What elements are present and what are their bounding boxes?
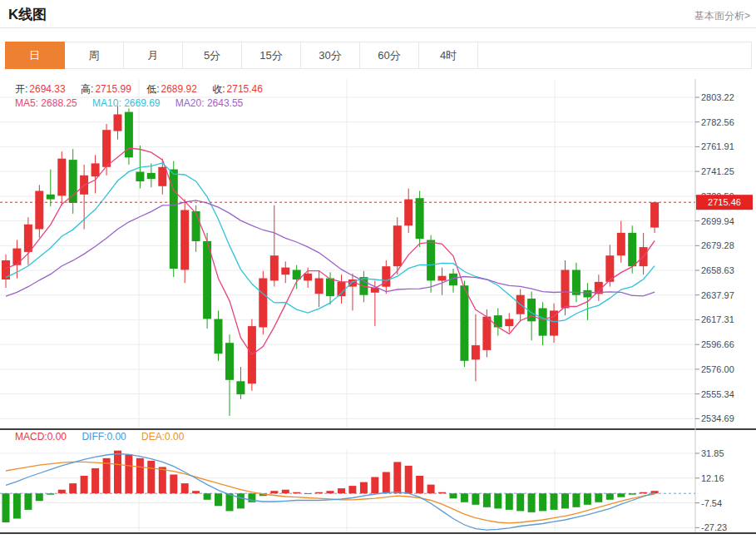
macd-legend: MACD:0.00 DIFF:0.00 DEA:0.00	[15, 431, 196, 443]
high-label: 高:	[81, 83, 93, 95]
candle	[404, 189, 413, 233]
candle	[47, 170, 55, 207]
candle	[550, 304, 558, 343]
ma-legend: MA5: 2688.25 MA10: 2669.69 MA20: 2643.55	[15, 97, 255, 109]
candle	[505, 313, 513, 332]
candle	[215, 310, 223, 360]
tab-interval-60min[interactable]: 60分	[360, 42, 419, 68]
diff-value: 0.00	[106, 431, 126, 443]
tab-interval-day[interactable]: 日	[5, 42, 65, 69]
candle	[315, 271, 324, 307]
high-value: 2715.99	[95, 83, 131, 95]
pane-divider	[0, 428, 756, 430]
candle	[494, 309, 502, 336]
ma5-value: 2688.25	[41, 97, 77, 109]
svg-text:2658.63: 2658.63	[701, 265, 734, 275]
tab-interval-30min[interactable]: 30分	[301, 42, 360, 68]
open-label: 开:	[15, 83, 27, 95]
page-title: K线图	[8, 5, 47, 24]
candle	[2, 255, 10, 288]
bottom-border	[0, 532, 756, 534]
svg-text:2803.22: 2803.22	[701, 92, 734, 102]
macd-label: MACD:	[15, 431, 47, 443]
svg-text:12.16: 12.16	[701, 473, 724, 483]
candle	[427, 235, 435, 293]
close-value: 2715.46	[227, 83, 263, 95]
svg-text:2555.34: 2555.34	[701, 389, 734, 399]
low-value: 2689.92	[161, 83, 197, 95]
candle	[516, 289, 525, 322]
candle	[650, 202, 659, 234]
candle	[57, 151, 66, 205]
chart-area: 2803.222782.562761.912741.252720.592699.…	[0, 79, 756, 539]
candle	[539, 302, 547, 345]
tab-interval-4hour[interactable]: 4时	[419, 42, 478, 68]
candle	[225, 334, 234, 416]
svg-text:2679.28: 2679.28	[701, 240, 734, 250]
dea-value: 0.00	[165, 431, 184, 443]
candle	[259, 271, 267, 334]
kline-chart-canvas[interactable]: 2803.222782.562761.912741.252720.592699.…	[0, 79, 756, 539]
open-value: 2694.33	[29, 83, 65, 95]
svg-text:2637.97: 2637.97	[701, 290, 734, 300]
tab-interval-15min[interactable]: 15分	[242, 42, 301, 68]
candle	[293, 265, 301, 289]
ma10-label: MA10:	[92, 97, 121, 109]
header-divider	[0, 27, 756, 28]
svg-text:-7.54: -7.54	[701, 498, 722, 508]
candle	[416, 191, 424, 248]
candle	[35, 185, 43, 237]
candle	[617, 221, 625, 263]
macd-histogram	[2, 451, 659, 522]
ma5-label: MA5:	[15, 97, 38, 109]
candle	[102, 124, 111, 176]
svg-text:2576.00: 2576.00	[701, 364, 734, 374]
candle	[338, 274, 346, 304]
dea-label: DEA:	[141, 431, 165, 443]
close-label: 收:	[212, 83, 225, 95]
current-price-badge-value: 2715.46	[708, 197, 741, 207]
svg-text:2699.94: 2699.94	[701, 216, 734, 226]
candle	[114, 106, 122, 139]
ma10-value: 2669.69	[124, 97, 160, 109]
candle	[572, 263, 581, 303]
candle	[91, 155, 100, 193]
candle	[203, 233, 211, 329]
candle	[472, 314, 480, 382]
candle	[449, 269, 457, 293]
svg-text:2782.56: 2782.56	[701, 117, 734, 127]
macd-value: 0.00	[47, 431, 67, 443]
candle	[69, 149, 77, 214]
ma20-label: MA20:	[175, 97, 205, 109]
candle	[125, 108, 133, 165]
svg-text:2761.91: 2761.91	[701, 141, 734, 151]
candle	[170, 161, 178, 278]
price-axis-labels: 2803.222782.562761.912741.252720.592699.…	[695, 92, 734, 532]
tab-interval-week[interactable]: 周	[65, 42, 124, 68]
ohlc-legend: 开:2694.33 高:2715.99 低:2689.92 收:2715.46	[15, 82, 275, 96]
svg-text:2534.69: 2534.69	[701, 413, 734, 423]
tab-interval-5min[interactable]: 5分	[183, 42, 242, 68]
fundamental-analysis-link[interactable]: 基本面分析>	[694, 9, 750, 23]
svg-text:31.85: 31.85	[701, 448, 724, 458]
svg-text:2741.25: 2741.25	[701, 166, 734, 176]
candle	[236, 367, 245, 399]
candle	[281, 261, 289, 283]
interval-tabbar: 日 周 月 5分 15分 30分 60分 4时	[5, 42, 752, 69]
svg-text:2596.66: 2596.66	[701, 339, 734, 349]
candle	[640, 233, 648, 274]
low-label: 低:	[146, 83, 159, 95]
tab-interval-month[interactable]: 月	[124, 42, 183, 68]
svg-text:-27.23: -27.23	[701, 522, 727, 532]
candle	[382, 260, 390, 294]
candle	[348, 274, 357, 311]
diff-label: DIFF:	[82, 431, 106, 443]
candle	[192, 205, 200, 252]
candle	[24, 217, 32, 265]
kline-page: K线图 基本面分析> 日 周 月 5分 15分 30分 60分 4时 2803.…	[0, 0, 756, 539]
ma20-value: 2643.55	[207, 97, 243, 109]
svg-text:2617.31: 2617.31	[701, 314, 734, 324]
